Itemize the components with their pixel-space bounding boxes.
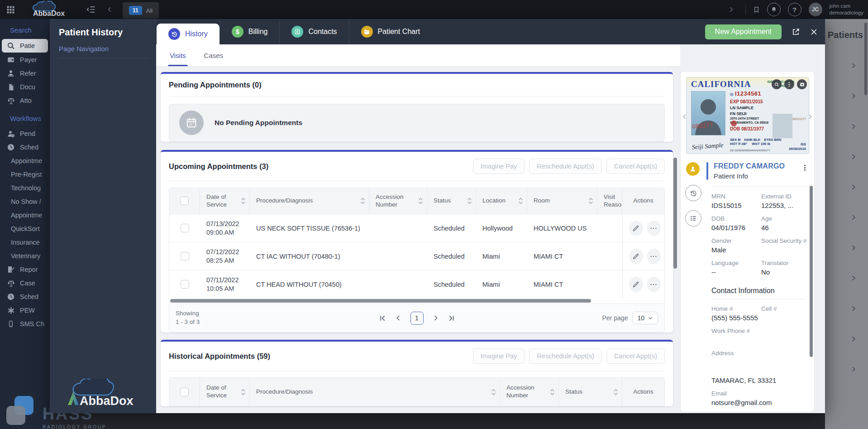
imagine-pay-button[interactable]: Imagine Pay — [473, 159, 525, 174]
current-page[interactable]: 1 — [410, 312, 424, 325]
column-header-accession-number[interactable]: Accession Number — [500, 378, 559, 406]
checkbox[interactable] — [181, 280, 189, 289]
column-header-actions[interactable]: Actions — [622, 378, 664, 406]
cancel-appt-s-button[interactable]: Cancel Appt(s) — [606, 159, 665, 174]
column-header-location[interactable]: Location — [476, 188, 527, 214]
subtab-cases[interactable]: Cases — [204, 44, 224, 66]
row-checkbox-cell — [169, 248, 200, 264]
select-all-checkbox[interactable] — [169, 188, 200, 214]
sidebar-item-pew[interactable]: PEW — [0, 304, 50, 317]
background-scrollbar[interactable] — [864, 23, 867, 95]
more-actions-button[interactable]: ··· — [647, 221, 661, 236]
app-grid-icon[interactable] — [6, 5, 15, 14]
content-vertical-scrollbar[interactable] — [673, 158, 677, 269]
edit-appointment-button[interactable] — [629, 249, 643, 264]
column-header-date-of-service[interactable]: Date of Service — [200, 378, 250, 406]
reschedule-appt-s-button[interactable]: Reschedule Appt(s) — [529, 159, 602, 174]
idcard-state: CALIFORNIA — [691, 79, 751, 89]
idcard-camera-icon[interactable] — [797, 79, 807, 89]
sidebar-item-repor[interactable]: Repor — [0, 263, 50, 276]
more-actions-button[interactable]: ··· — [647, 277, 661, 292]
historical-table-header: Date of ServiceProcedure/DiagnosisAccess… — [169, 378, 664, 406]
previous-page-icon[interactable] — [395, 315, 401, 321]
reschedule-appt-s-button[interactable]: Reschedule Appt(s) — [529, 348, 602, 364]
sidebar-item-patie[interactable]: Patie — [2, 39, 48, 53]
tab-history[interactable]: History — [157, 24, 219, 44]
abbadox-logo[interactable]: AbbaDox — [27, 1, 74, 18]
per-page-select[interactable]: 10 — [632, 312, 658, 324]
checkbox[interactable] — [181, 224, 189, 232]
more-actions-button[interactable]: ··· — [647, 249, 661, 264]
sidebar-item-veterinary[interactable]: Veterinary — [0, 249, 50, 263]
imagine-pay-button[interactable]: Imagine Pay — [473, 348, 525, 364]
sidebar-item-payer[interactable]: Payer — [0, 53, 50, 67]
edit-appointment-button[interactable] — [629, 277, 643, 292]
sidebar-item-sched[interactable]: Sched — [0, 140, 50, 154]
showing-label: Showing 1 - 3 of 3 — [176, 309, 379, 327]
checkbox[interactable] — [181, 252, 189, 260]
tab-label: Billing — [248, 28, 268, 36]
patient-menu-icon[interactable]: ⋮ — [801, 163, 809, 173]
help-icon[interactable]: ? — [788, 3, 801, 16]
column-header-accession-number[interactable]: Accession Number — [369, 188, 427, 214]
column-header-visit-reason[interactable]: Visit Reason — [597, 188, 622, 214]
next-page-icon[interactable] — [433, 315, 439, 321]
sidebar-item-sched[interactable]: Sched — [0, 290, 50, 304]
bookmark-icon[interactable] — [753, 6, 760, 14]
tab-billing[interactable]: $Billing — [219, 19, 280, 44]
sidebar-item-docu[interactable]: Docu — [0, 80, 50, 94]
sidebar-item-pre-regist[interactable]: Pre-Regist — [0, 168, 50, 181]
column-header-status[interactable]: Status — [559, 378, 622, 406]
tabs-scroll-right-icon[interactable] — [727, 6, 734, 13]
checklist-rail-icon[interactable] — [685, 210, 701, 227]
page-navigation-link[interactable]: Page Navigation — [59, 45, 150, 58]
sidebar-item-technolog[interactable]: Technolog — [0, 181, 50, 195]
column-header-procedure-diagnosis[interactable]: Procedure/Diagnosis — [250, 378, 500, 406]
user-avatar[interactable]: JC — [809, 3, 822, 16]
document-icon — [6, 83, 15, 91]
sidebar-item-sms-ch[interactable]: SMS Ch — [0, 317, 50, 331]
column-header-room[interactable]: Room — [527, 188, 597, 214]
sidebar-item-label: Veterinary — [11, 252, 40, 260]
sidebar-collapse-icon[interactable] — [86, 5, 95, 14]
tab-contacts[interactable]: Contacts — [279, 19, 348, 44]
first-page-icon[interactable] — [379, 315, 386, 322]
sidebar-item-quicksort[interactable]: QuickSort — [0, 222, 50, 236]
open-patient-tab[interactable]: 11 All — [123, 2, 159, 19]
sidebar-item-no-show[interactable]: No Show / — [0, 195, 50, 208]
sidebar-item-appointme[interactable]: Appointme — [0, 208, 50, 222]
sidebar-item-case[interactable]: Case — [0, 276, 50, 290]
sidebar-item-pend[interactable]: Pend — [0, 127, 50, 140]
no-pending-text: No Pending Appointments — [215, 119, 302, 127]
checkbox[interactable] — [180, 197, 189, 205]
cancel-appt-s-button[interactable]: Cancel Appt(s) — [606, 348, 665, 364]
tab-patient-chart[interactable]: Patient Chart — [349, 19, 432, 44]
table-horizontal-scrollbar[interactable] — [170, 299, 591, 303]
room-cell: MIAMI CT — [527, 277, 597, 292]
new-appointment-button[interactable]: New Appointment — [705, 24, 782, 39]
last-page-icon[interactable] — [448, 315, 455, 322]
column-header-actions[interactable]: Actions — [622, 188, 664, 214]
id-card-image[interactable]: CALIFORNIA IDENTIFICATION CARD LA SAMPLE… — [686, 77, 809, 154]
select-all-checkbox[interactable] — [169, 378, 200, 406]
subtab-visits[interactable]: Visits — [170, 44, 186, 66]
idcard-zoom-icon[interactable] — [772, 79, 782, 89]
column-header-procedure-diagnosis[interactable]: Procedure/Diagnosis — [250, 188, 369, 214]
sidebar-item-refer[interactable]: Refer — [0, 67, 50, 80]
column-header-status[interactable]: Status — [427, 188, 476, 214]
sidebar-item-appointme[interactable]: Appointme — [0, 154, 50, 168]
sidebar-item-insurance[interactable]: Insurance — [0, 236, 50, 249]
notifications-bell-icon[interactable] — [767, 3, 781, 16]
history-rail-icon[interactable] — [685, 185, 701, 201]
actions-cell: ··· — [622, 214, 664, 242]
edit-appointment-button[interactable] — [629, 221, 643, 236]
idcard-more-icon[interactable]: ⋮ — [784, 79, 794, 89]
open-in-new-icon[interactable] — [792, 28, 800, 36]
patient-panel-scrollbar[interactable] — [810, 186, 813, 357]
contact-information-header: Contact Information — [711, 287, 805, 299]
checkbox[interactable] — [180, 388, 189, 396]
tabs-scroll-left-icon[interactable] — [106, 6, 114, 13]
column-header-date-of-service[interactable]: Date of Service — [200, 188, 250, 214]
sidebar-item-atto[interactable]: Atto — [0, 94, 50, 107]
close-icon[interactable] — [810, 28, 818, 36]
